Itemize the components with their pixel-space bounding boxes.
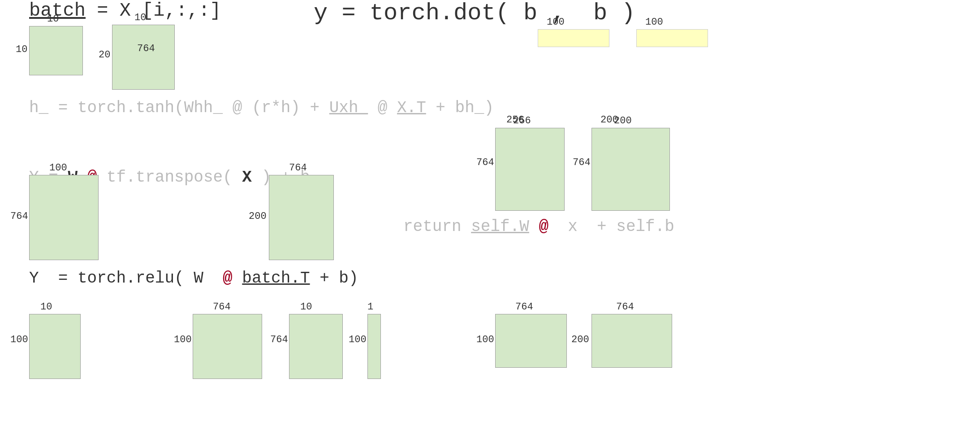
dim-batchT-row: 100 <box>174 334 192 345</box>
dim-batchT2-col: 10 <box>300 301 312 313</box>
matrix-selfW: 764 100 <box>495 314 567 370</box>
matrix-xt: 200 764 <box>591 128 670 213</box>
dim-x-row: 200 <box>571 334 589 345</box>
dim-b-col: 1 <box>367 301 373 313</box>
dim-X-left: 20 <box>99 49 110 61</box>
dim-Xt2-row: 200 <box>249 211 267 222</box>
matrix-batchT2: 10 764 <box>289 314 343 381</box>
dim-X-top: 10 <box>134 12 146 23</box>
matrix-batch: 10 10 <box>29 26 83 78</box>
dim-b1-top: 100 <box>547 17 565 28</box>
dim-b2-top: 100 <box>645 17 663 28</box>
matrix-b-thin: 1 100 <box>367 314 381 381</box>
dim-W-col: 100 <box>49 162 67 174</box>
dim-Xt2-col: 764 <box>289 162 307 174</box>
return-expr: return self.W @ x + self.b <box>403 218 674 236</box>
dim-Wrelu-row: 100 <box>10 334 28 345</box>
matrix-X-transpose: 764 200 <box>269 175 334 262</box>
h-tanh-expr: h_ = torch.tanh(Whh_ @ (r*h) + Uxh_ @ X.… <box>29 99 494 117</box>
dim-x-col: 764 <box>616 301 634 313</box>
dim-xt-row: 764 <box>573 157 591 168</box>
dim-xt-col: 200 <box>614 115 632 126</box>
dim-W-row: 764 <box>10 211 28 222</box>
matrix-uxh: 256 764 <box>495 128 565 213</box>
dim-batch-top: 10 <box>47 13 59 25</box>
dim-Wrelu-col: 10 <box>40 301 52 313</box>
dim-b-row: 100 <box>349 334 367 345</box>
dim-batch-left: 10 <box>16 44 27 55</box>
main-canvas: batch = X [i,:,:] 10 10 10 20 764 y = to… <box>0 0 980 431</box>
matrix-x: 764 200 <box>591 314 672 370</box>
dim-selfW-col: 764 <box>515 301 533 313</box>
Y-relu-expr: Y = torch.relu( W @ batch.T + b) <box>29 269 358 287</box>
dim-uxh-col: 256 <box>513 115 531 126</box>
dim-batchT2-row: 764 <box>270 334 288 345</box>
matrix-X: 10 20 764 <box>112 25 175 92</box>
matrix-batchT: 764 100 <box>193 314 262 381</box>
dim-selfW-row: 100 <box>476 334 494 345</box>
y-dot-expr: y = torch.dot( b , b ) <box>314 0 635 26</box>
matrix-W-transpose: 100 764 <box>29 175 99 262</box>
dim-batchT-col: 764 <box>213 301 231 313</box>
dim-uxh-row: 764 <box>476 157 494 168</box>
matrix-W-relu: 10 100 <box>29 314 81 381</box>
